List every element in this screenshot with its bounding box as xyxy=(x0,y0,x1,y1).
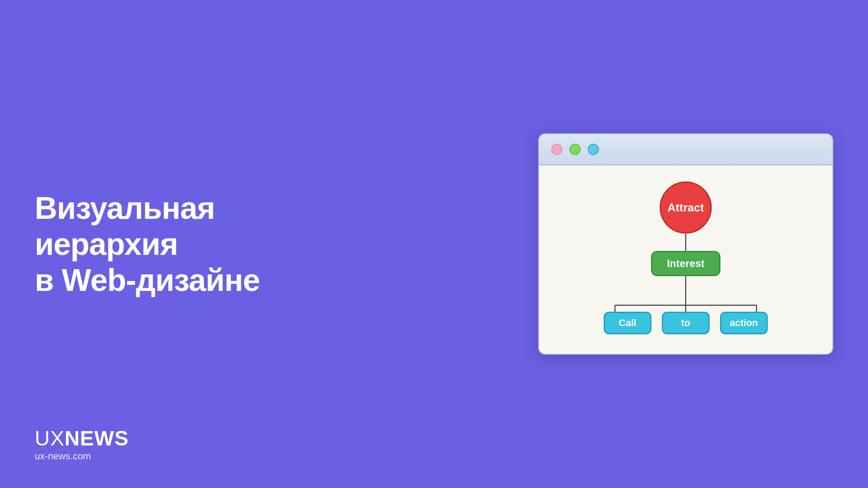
title-line1: Визуальная xyxy=(35,191,215,225)
interest-label: Interest xyxy=(667,257,705,270)
title-line3: в Web-дизайне xyxy=(35,262,260,297)
cta-call-node: Call xyxy=(604,312,651,334)
brand-url: ux-news.com xyxy=(35,451,129,462)
brand-news: NEWS xyxy=(65,427,129,450)
cta-action-node: action xyxy=(720,312,768,334)
cta-action-label: action xyxy=(730,317,758,329)
attract-node: Attract xyxy=(660,181,712,234)
browser-window: Attract Interest Call to action xyxy=(538,133,833,355)
cta-to-node: to xyxy=(662,312,710,334)
brand-ux: UX xyxy=(35,427,65,450)
brand-name: UXNEWS xyxy=(35,428,129,449)
browser-titlebar xyxy=(539,134,832,165)
interest-node: Interest xyxy=(651,251,720,276)
cta-to-label: to xyxy=(681,317,690,329)
attract-label: Attract xyxy=(667,201,704,214)
browser-content: Attract Interest Call to action xyxy=(539,165,832,354)
traffic-light-blue[interactable] xyxy=(588,144,599,155)
left-content: Визуальная иерархия в Web-дизайне xyxy=(35,190,260,298)
cta-row: Call to action xyxy=(604,312,768,334)
cta-call-label: Call xyxy=(619,317,636,329)
hierarchy-diagram: Attract Interest Call to action xyxy=(564,177,807,342)
traffic-light-green[interactable] xyxy=(569,144,581,155)
title-line2: иерархия xyxy=(35,227,178,261)
main-title: Визуальная иерархия в Web-дизайне xyxy=(35,190,260,298)
brand: UXNEWS ux-news.com xyxy=(35,428,129,462)
traffic-light-red[interactable] xyxy=(551,144,562,155)
